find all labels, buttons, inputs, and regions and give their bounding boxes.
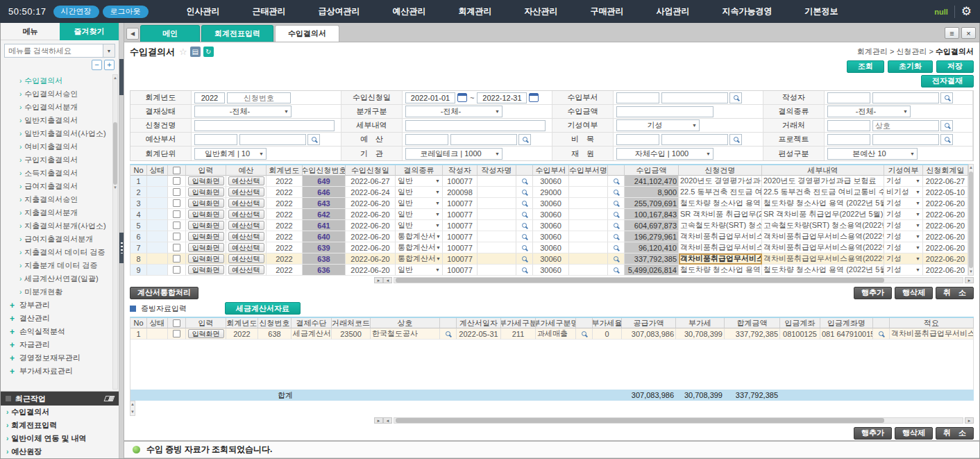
income-amount-input[interactable]: [616, 106, 713, 117]
search-icon[interactable]: [608, 253, 625, 265]
request-no-input[interactable]: [227, 92, 291, 103]
budget-class-select[interactable]: 본예산 10▼: [827, 148, 918, 160]
search-icon[interactable]: [440, 328, 457, 340]
search-icon[interactable]: [516, 198, 533, 209]
scroll-up-icon[interactable]: ▲: [113, 75, 117, 81]
cell-request-name[interactable]: 고속철도차량(SRT) 청소용..: [679, 220, 762, 231]
completion-select[interactable]: 기성▼: [884, 242, 923, 253]
journal-type-select[interactable]: -전체-▼: [405, 106, 502, 117]
sidebar-menu-item[interactable]: ›여비지출결의서: [1, 140, 112, 153]
col-header[interactable]: 결제수단: [292, 318, 332, 328]
cancel-button[interactable]: 취 소: [936, 287, 974, 299]
scroll-right-icon[interactable]: ▸: [965, 417, 974, 424]
input-screen-button[interactable]: 입력화면: [188, 187, 224, 197]
row-checkbox[interactable]: [173, 330, 180, 337]
col-header[interactable]: 작성자명: [478, 165, 516, 176]
col-header[interactable]: 거래처코드: [332, 318, 371, 328]
vendor-code-input[interactable]: [827, 120, 870, 131]
cell-request-name[interactable]: 철도차량 청소사업 용역 (2..: [679, 198, 762, 209]
budget-code-input[interactable]: [405, 134, 448, 145]
save-button[interactable]: 저장: [936, 60, 974, 73]
delete-row-button[interactable]: 행삭제: [895, 287, 933, 299]
budget-select-button[interactable]: 예산선택: [228, 232, 264, 241]
add-row-button[interactable]: 행추가: [854, 427, 892, 440]
cell-request-name[interactable]: 객차비품취급업무서비스용역: [679, 253, 762, 265]
scroll-down-icon[interactable]: ▼: [113, 185, 117, 190]
grid-vertical-scrollbar[interactable]: ▲ ▼: [968, 164, 974, 276]
col-header[interactable]: 공급가액: [622, 318, 676, 328]
cell-request-name[interactable]: SR 객차비품 취급업무(202..: [679, 209, 762, 220]
decision-type-select[interactable]: 통합계산서▼: [396, 231, 443, 242]
window-menu-icon[interactable]: ≡: [945, 27, 959, 39]
extend-time-button[interactable]: 시간연장: [53, 6, 99, 18]
top-menu-item[interactable]: 급상여관리: [319, 6, 360, 17]
col-header[interactable]: 적요: [890, 318, 974, 328]
eraser-icon[interactable]: [104, 396, 115, 401]
row-checkbox[interactable]: [173, 177, 180, 185]
table-row[interactable]: 8 입력화면 예산선택 2022 638 2022-06-20 통합계산서▼ 1…: [130, 253, 968, 265]
detail-input[interactable]: [405, 120, 546, 131]
fund-source-select[interactable]: 자체수입 | 1000▼: [616, 148, 713, 160]
budget-select-button[interactable]: 예산선택: [228, 187, 264, 197]
fiscal-year-input[interactable]: [194, 92, 225, 103]
menu-search-input[interactable]: [5, 44, 103, 57]
search-icon[interactable]: [608, 231, 625, 242]
scroll-left-icon[interactable]: ▸: [374, 417, 383, 424]
decision-type-select[interactable]: 일반▼: [396, 187, 443, 198]
col-header[interactable]: 상태: [147, 165, 168, 176]
col-header[interactable]: 수입금액: [625, 165, 679, 176]
sidebar-menu-group[interactable]: +손익실적분석: [1, 325, 112, 338]
sidebar-menu-item[interactable]: ›미분개현황: [1, 285, 112, 299]
col-header-checkbox[interactable]: [168, 318, 186, 328]
sidebar-menu-item[interactable]: ›지출결의서 데이터 검증: [1, 246, 112, 259]
budget-select-button[interactable]: 예산선택: [228, 265, 264, 274]
search-icon[interactable]: [516, 253, 533, 265]
top-menu-item[interactable]: 구매관리: [591, 6, 624, 17]
col-header[interactable]: 상태: [147, 318, 168, 328]
logout-button[interactable]: 로그아웃: [103, 6, 149, 18]
cell-request-name[interactable]: 22.5 동부건축 전도금 여비..: [679, 187, 762, 198]
row-checkbox[interactable]: [173, 199, 180, 207]
col-header[interactable]: 작성자: [443, 165, 478, 176]
input-screen-button[interactable]: 입력화면: [188, 232, 224, 241]
row-checkbox[interactable]: [173, 188, 180, 196]
sidebar-menu-item[interactable]: ›구입지출결의서: [1, 153, 112, 167]
table-row[interactable]: 5 입력화면 예산선택 2022 641 2022-06-20 일반▼ 1000…: [130, 220, 968, 231]
col-header[interactable]: 부가세: [676, 318, 725, 328]
input-screen-button[interactable]: 입력화면: [188, 199, 224, 208]
grid-vertical-scrollbar[interactable]: ▲ ▼: [130, 401, 135, 416]
income-dept-code-input[interactable]: [616, 92, 659, 103]
budget-select-button[interactable]: 예산선택: [228, 243, 264, 252]
sidebar-menu-group[interactable]: +경영정보재무관리: [1, 351, 112, 365]
expand-all-button[interactable]: +: [104, 60, 115, 70]
tab-scroll-left-icon[interactable]: ◀: [126, 28, 139, 40]
agency-select[interactable]: 코레일테크 | 1000▼: [405, 148, 502, 160]
grid-horizontal-scrollbar[interactable]: ▸ ◂ ▸: [130, 417, 974, 424]
top-menu-item[interactable]: 자산관리: [525, 6, 558, 17]
reset-button[interactable]: 초기화: [888, 60, 933, 73]
document-tab[interactable]: 메인: [140, 25, 200, 42]
input-screen-button[interactable]: 입력화면: [188, 243, 224, 252]
budget-select-button[interactable]: 예산선택: [228, 254, 264, 263]
search-icon[interactable]: [608, 242, 625, 253]
delete-row-button[interactable]: 행삭제: [895, 427, 933, 440]
completion-select[interactable]: 기성▼: [884, 265, 923, 276]
help-icon[interactable]: ▤: [190, 47, 201, 57]
completion-select[interactable]: 기성▼: [884, 220, 923, 231]
decision-type-select[interactable]: 통합계산서▼: [396, 242, 443, 253]
scroll-right-icon[interactable]: ▸: [965, 277, 974, 283]
table-row[interactable]: 7 입력화면 예산선택 2022 639 2022-06-20 통합계산서▼ 1…: [130, 242, 968, 253]
sidebar-menu-item[interactable]: ›급여지출결의서분개: [1, 233, 112, 246]
sidebar-menu-group[interactable]: +부가세자료관리: [1, 365, 112, 378]
search-icon[interactable]: [516, 220, 533, 231]
top-menu-item[interactable]: 인사관리: [187, 6, 220, 17]
scroll-thumb[interactable]: [396, 278, 884, 283]
input-screen-button[interactable]: 입력화면: [188, 265, 224, 274]
tab-favorites[interactable]: 즐겨찾기: [60, 23, 119, 40]
completion-select[interactable]: 기성▼: [884, 209, 923, 220]
sidebar-menu-item[interactable]: ›수입결의서: [1, 74, 112, 87]
refresh-icon[interactable]: ↻: [203, 47, 214, 57]
completion-select[interactable]: 비기성▼: [884, 187, 923, 198]
search-icon[interactable]: [608, 265, 625, 276]
scroll-down-icon[interactable]: ▼: [130, 409, 135, 415]
